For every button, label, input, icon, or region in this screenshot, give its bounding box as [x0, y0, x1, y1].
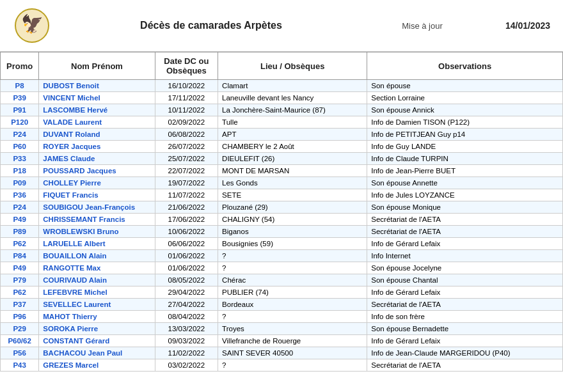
cell-nom: POUSSARD Jacques — [39, 165, 155, 177]
cell-date: 29/04/2022 — [155, 286, 218, 299]
cell-promo: P39 — [1, 92, 39, 104]
cell-obs: Son épouse — [367, 80, 563, 92]
cell-promo: P96 — [1, 311, 39, 323]
table-row: P120VALADE Laurent02/09/2022TulleInfo de… — [1, 116, 563, 129]
cell-obs: Info de Jean-Pierre BUET — [367, 165, 563, 177]
cell-nom: LEFEBVRE Michel — [39, 286, 155, 299]
table-row: P60/62CONSTANT Gérard09/03/2022Villefran… — [1, 335, 563, 347]
cell-promo: P8 — [1, 80, 39, 92]
cell-lieu: ? — [218, 311, 367, 323]
cell-date: 17/11/2022 — [155, 92, 218, 104]
cell-nom: CHRISSEMANT Francis — [39, 214, 155, 226]
cell-promo: P24 — [1, 201, 39, 214]
cell-nom: FIQUET Francis — [39, 189, 155, 201]
table-row: P36FIQUET Francis11/07/2022SETEInfo de J… — [1, 189, 563, 201]
cell-nom: MAHOT Thierry — [39, 311, 155, 323]
cell-date: 09/03/2022 — [155, 335, 218, 347]
cell-nom: JAMES Claude — [39, 153, 155, 165]
table-row: P79COURIVAUD Alain08/05/2022ChéracSon ép… — [1, 274, 563, 286]
cell-date: 02/09/2022 — [155, 116, 218, 129]
cell-date: 17/06/2022 — [155, 214, 218, 226]
cell-date: 08/04/2022 — [155, 311, 218, 323]
cell-obs: Secrétariat de l'AETA — [367, 226, 563, 238]
cell-nom: SOUBIGOU Jean-François — [39, 201, 155, 214]
cell-lieu: MONT DE MARSAN — [218, 165, 367, 177]
cell-date: 21/06/2022 — [155, 201, 218, 214]
cell-obs: Son épouse Annette — [367, 177, 563, 189]
cell-lieu: La Jonchère-Saint-Maurice (87) — [218, 104, 367, 116]
cell-promo: P60/62 — [1, 335, 39, 347]
cell-obs: Info de son frère — [367, 311, 563, 323]
logo: 🦅 — [13, 6, 51, 45]
cell-date: 01/06/2022 — [155, 250, 218, 262]
cell-lieu: Laneuville devant les Nancy — [218, 92, 367, 104]
svg-text:🦅: 🦅 — [21, 13, 44, 35]
update-date: 14/01/2023 — [505, 20, 550, 31]
cell-date: 10/06/2022 — [155, 226, 218, 238]
cell-lieu: SAINT SEVER 40500 — [218, 347, 367, 359]
cell-obs: Info de Jean-Claude MARGERIDOU (P40) — [367, 347, 563, 359]
table-row: P96MAHOT Thierry08/04/2022?Info de son f… — [1, 311, 563, 323]
cell-obs: Section Lorraine — [367, 92, 563, 104]
col-header-nom: Nom Prénom — [39, 52, 155, 80]
cell-promo: P91 — [1, 104, 39, 116]
table-row: P49RANGOTTE Max01/06/2022?Son épouse Joc… — [1, 262, 563, 274]
cell-promo: P84 — [1, 250, 39, 262]
cell-nom: RANGOTTE Max — [39, 262, 155, 274]
cell-obs: Info de PETITJEAN Guy p14 — [367, 129, 563, 141]
table-row: P33JAMES Claude25/07/2022DIEULEFIT (26)I… — [1, 153, 563, 165]
cell-lieu: Chérac — [218, 274, 367, 286]
deaths-table: Promo Nom Prénom Date DC ouObsèques Lieu… — [0, 52, 563, 372]
cell-nom: LARUELLE Albert — [39, 238, 155, 250]
cell-promo: P37 — [1, 299, 39, 311]
cell-obs: Info de Gérard Lefaix — [367, 286, 563, 299]
cell-lieu: CHALIGNY (54) — [218, 214, 367, 226]
cell-obs: Son épouse Annick — [367, 104, 563, 116]
table-row: P91LASCOMBE Hervé10/11/2022La Jonchère-S… — [1, 104, 563, 116]
table-row: P84BOUAILLON Alain01/06/2022?Info Intern… — [1, 250, 563, 262]
cell-lieu: Plouzané (29) — [218, 201, 367, 214]
cell-lieu: Tulle — [218, 116, 367, 129]
cell-obs: Info de Gérard Lefaix — [367, 238, 563, 250]
cell-date: 08/05/2022 — [155, 274, 218, 286]
cell-lieu: DIEULEFIT (26) — [218, 153, 367, 165]
col-header-lieu: Lieu / Obsèques — [218, 52, 367, 80]
table-row: P24DUVANT Roland06/08/2022APTInfo de PET… — [1, 129, 563, 141]
cell-date: 06/06/2022 — [155, 238, 218, 250]
cell-nom: CHOLLEY Pierre — [39, 177, 155, 189]
cell-promo: P60 — [1, 141, 39, 153]
cell-nom: CONSTANT Gérard — [39, 335, 155, 347]
cell-obs: Secrétariat de l'AETA — [367, 299, 563, 311]
cell-date: 11/07/2022 — [155, 189, 218, 201]
update-label: Mise à jour — [402, 21, 443, 31]
cell-obs: Info de Gérard Lefaix — [367, 335, 563, 347]
cell-promo: P89 — [1, 226, 39, 238]
cell-nom: SEVELLEC Laurent — [39, 299, 155, 311]
cell-date: 19/07/2022 — [155, 177, 218, 189]
cell-lieu: Troyes — [218, 323, 367, 335]
cell-obs: Secrétariat de l'AETA — [367, 214, 563, 226]
cell-lieu: Bousignies (59) — [218, 238, 367, 250]
table-row: P8DUBOST Benoit16/10/2022ClamartSon épou… — [1, 80, 563, 92]
cell-promo: P09 — [1, 177, 39, 189]
cell-date: 16/10/2022 — [155, 80, 218, 92]
cell-obs: Info de Claude TURPIN — [367, 153, 563, 165]
cell-nom: DUVANT Roland — [39, 129, 155, 141]
cell-promo: P18 — [1, 165, 39, 177]
cell-date: 06/08/2022 — [155, 129, 218, 141]
cell-date: 25/07/2022 — [155, 153, 218, 165]
cell-nom: COURIVAUD Alain — [39, 274, 155, 286]
cell-date: 01/06/2022 — [155, 262, 218, 274]
cell-nom: DUBOST Benoit — [39, 80, 155, 92]
cell-lieu: Biganos — [218, 226, 367, 238]
cell-nom: VINCENT Michel — [39, 92, 155, 104]
cell-lieu: APT — [218, 129, 367, 141]
cell-promo: P56 — [1, 347, 39, 359]
cell-promo: P43 — [1, 359, 39, 372]
table-row: P62LARUELLE Albert06/06/2022Bousignies (… — [1, 238, 563, 250]
cell-nom: SOROKA Pierre — [39, 323, 155, 335]
table-row: P24SOUBIGOU Jean-François21/06/2022Plouz… — [1, 201, 563, 214]
cell-nom: BOUAILLON Alain — [39, 250, 155, 262]
cell-promo: P29 — [1, 323, 39, 335]
cell-promo: P120 — [1, 116, 39, 129]
